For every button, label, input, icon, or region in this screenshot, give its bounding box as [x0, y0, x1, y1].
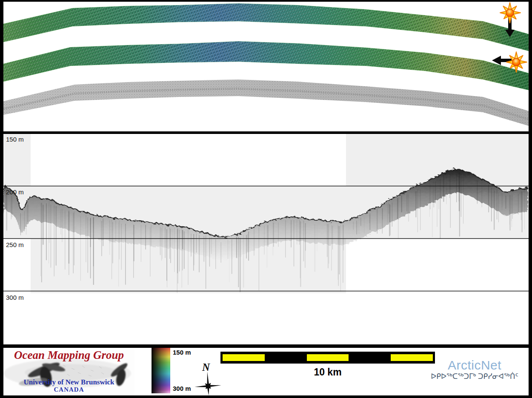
depth-colorbar — [152, 348, 170, 393]
swath-canvas — [3, 2, 529, 131]
scale-bar — [220, 352, 435, 364]
depth-tick-250m: 250 m — [6, 241, 24, 248]
depth-tick-300m: 300 m — [6, 294, 24, 301]
depth-tick-200m: 200 m — [6, 188, 24, 196]
arcticnet-logo: ArcticNet — [420, 358, 529, 372]
arcticnet-inuktitut: ᐅᑭᐅᖅᑕᖅᑐᒥᒃ ᑐᑭᓯᓂᐊᖅᑏᑦ — [420, 372, 529, 381]
backscatter-swath — [3, 80, 529, 126]
legend-panel: Ocean Mapping Group University of New Br… — [3, 348, 529, 395]
omg-country: CANADA — [3, 386, 134, 393]
north-arrow-icon: N — [189, 361, 225, 396]
scale-bar-segments — [223, 354, 433, 361]
omg-university: University of New Brunswick — [3, 378, 134, 387]
scale-bar-label: 10 km — [220, 367, 435, 378]
omg-title: Ocean Mapping Group — [3, 349, 134, 362]
colorbar-bottom-label: 300 m — [173, 385, 191, 392]
north-star-shape — [194, 372, 221, 395]
profile-canvas — [3, 134, 529, 344]
scale-bar-segment — [223, 354, 265, 361]
scale-bar-segment — [265, 354, 307, 361]
omg-logo: Ocean Mapping Group University of New Br… — [3, 348, 134, 395]
swath-panel — [3, 2, 529, 131]
scale-bar-segment — [307, 354, 349, 361]
figure-root: 150 m 200 m 250 m 300 m — [0, 0, 532, 398]
colorbar-top-label: 150 m — [173, 349, 191, 356]
subbottom-profile-panel: 150 m 200 m 250 m 300 m — [3, 134, 529, 344]
north-label: N — [202, 361, 210, 373]
scale-bar-segment — [349, 354, 391, 361]
depth-tick-150m: 150 m — [6, 136, 24, 143]
